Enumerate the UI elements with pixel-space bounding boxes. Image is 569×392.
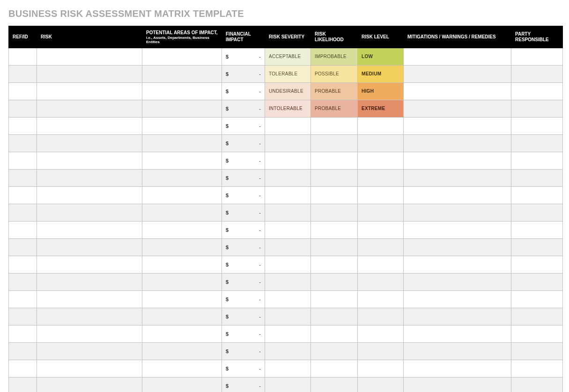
cell-risk-likelihood[interactable]: IMPROBABLE [311, 48, 358, 65]
cell-risk-likelihood[interactable] [311, 308, 358, 325]
cell-mitigations[interactable] [404, 152, 511, 169]
cell-risk[interactable] [37, 238, 142, 256]
cell-risk[interactable] [37, 221, 142, 238]
cell-party-responsible[interactable] [511, 342, 563, 360]
cell-financial-impact[interactable]: $- [222, 186, 265, 204]
cell-party-responsible[interactable] [511, 290, 563, 308]
cell-risk-likelihood[interactable] [311, 152, 358, 169]
cell-ref-id[interactable] [9, 325, 37, 342]
cell-areas[interactable] [142, 290, 222, 308]
cell-areas[interactable] [142, 169, 222, 186]
cell-party-responsible[interactable] [511, 221, 563, 238]
cell-risk-likelihood[interactable] [311, 256, 358, 273]
cell-mitigations[interactable] [404, 82, 511, 100]
cell-mitigations[interactable] [404, 186, 511, 204]
cell-areas[interactable] [142, 325, 222, 342]
cell-risk-severity[interactable] [265, 152, 311, 169]
cell-areas[interactable] [142, 48, 222, 65]
cell-party-responsible[interactable] [511, 256, 563, 273]
cell-ref-id[interactable] [9, 308, 37, 325]
cell-party-responsible[interactable] [511, 134, 563, 152]
cell-risk-likelihood[interactable] [311, 377, 358, 392]
cell-areas[interactable] [142, 221, 222, 238]
cell-ref-id[interactable] [9, 221, 37, 238]
cell-risk[interactable] [37, 117, 142, 134]
cell-mitigations[interactable] [404, 65, 511, 82]
cell-areas[interactable] [142, 308, 222, 325]
cell-ref-id[interactable] [9, 100, 37, 117]
cell-risk-level[interactable]: EXTREME [358, 100, 404, 117]
cell-risk[interactable] [37, 186, 142, 204]
cell-financial-impact[interactable]: $- [222, 134, 265, 152]
cell-risk-level[interactable]: LOW [358, 48, 404, 65]
cell-ref-id[interactable] [9, 65, 37, 82]
cell-risk-severity[interactable] [265, 256, 311, 273]
cell-risk[interactable] [37, 48, 142, 65]
cell-areas[interactable] [142, 186, 222, 204]
cell-risk-severity[interactable] [265, 134, 311, 152]
cell-financial-impact[interactable]: $- [222, 325, 265, 342]
cell-risk[interactable] [37, 82, 142, 100]
cell-party-responsible[interactable] [511, 377, 563, 392]
cell-risk-likelihood[interactable] [311, 221, 358, 238]
cell-risk-level[interactable]: MEDIUM [358, 65, 404, 82]
cell-areas[interactable] [142, 273, 222, 290]
cell-risk[interactable] [37, 377, 142, 392]
cell-risk-severity[interactable] [265, 308, 311, 325]
cell-risk-severity[interactable] [265, 325, 311, 342]
cell-financial-impact[interactable]: $- [222, 256, 265, 273]
cell-risk-level[interactable] [358, 290, 404, 308]
cell-areas[interactable] [142, 238, 222, 256]
cell-risk-likelihood[interactable] [311, 186, 358, 204]
cell-risk-severity[interactable]: ACCEPTABLE [265, 48, 311, 65]
cell-risk-likelihood[interactable] [311, 134, 358, 152]
cell-risk-level[interactable] [358, 256, 404, 273]
cell-risk-severity[interactable] [265, 342, 311, 360]
cell-areas[interactable] [142, 65, 222, 82]
cell-risk-likelihood[interactable]: POSSIBLE [311, 65, 358, 82]
cell-risk-severity[interactable] [265, 186, 311, 204]
cell-risk-level[interactable] [358, 342, 404, 360]
cell-financial-impact[interactable]: $- [222, 152, 265, 169]
cell-risk[interactable] [37, 100, 142, 117]
cell-areas[interactable] [142, 360, 222, 377]
cell-ref-id[interactable] [9, 377, 37, 392]
cell-risk-level[interactable] [358, 360, 404, 377]
cell-risk-severity[interactable] [265, 377, 311, 392]
cell-party-responsible[interactable] [511, 152, 563, 169]
cell-risk-likelihood[interactable] [311, 117, 358, 134]
cell-financial-impact[interactable]: $- [222, 169, 265, 186]
cell-mitigations[interactable] [404, 134, 511, 152]
cell-risk[interactable] [37, 204, 142, 221]
cell-risk-severity[interactable] [265, 290, 311, 308]
cell-risk[interactable] [37, 308, 142, 325]
cell-ref-id[interactable] [9, 290, 37, 308]
cell-risk-likelihood[interactable] [311, 169, 358, 186]
cell-risk[interactable] [37, 65, 142, 82]
cell-risk-level[interactable] [358, 221, 404, 238]
cell-risk-level[interactable] [358, 134, 404, 152]
cell-financial-impact[interactable]: $- [222, 204, 265, 221]
cell-financial-impact[interactable]: $- [222, 290, 265, 308]
cell-financial-impact[interactable]: $- [222, 342, 265, 360]
cell-areas[interactable] [142, 82, 222, 100]
cell-ref-id[interactable] [9, 204, 37, 221]
cell-party-responsible[interactable] [511, 186, 563, 204]
cell-party-responsible[interactable] [511, 238, 563, 256]
cell-risk-severity[interactable]: UNDESIRABLE [265, 82, 311, 100]
cell-risk-likelihood[interactable]: PROBABLE [311, 82, 358, 100]
cell-party-responsible[interactable] [511, 65, 563, 82]
cell-risk-level[interactable] [358, 377, 404, 392]
cell-party-responsible[interactable] [511, 82, 563, 100]
cell-risk[interactable] [37, 134, 142, 152]
cell-risk-likelihood[interactable] [311, 273, 358, 290]
cell-mitigations[interactable] [404, 117, 511, 134]
cell-risk-severity[interactable] [265, 221, 311, 238]
cell-ref-id[interactable] [9, 186, 37, 204]
cell-risk-severity[interactable] [265, 117, 311, 134]
cell-risk-level[interactable] [358, 186, 404, 204]
cell-risk-level[interactable]: HIGH [358, 82, 404, 100]
cell-risk-likelihood[interactable] [311, 290, 358, 308]
cell-financial-impact[interactable]: $- [222, 100, 265, 117]
cell-party-responsible[interactable] [511, 169, 563, 186]
